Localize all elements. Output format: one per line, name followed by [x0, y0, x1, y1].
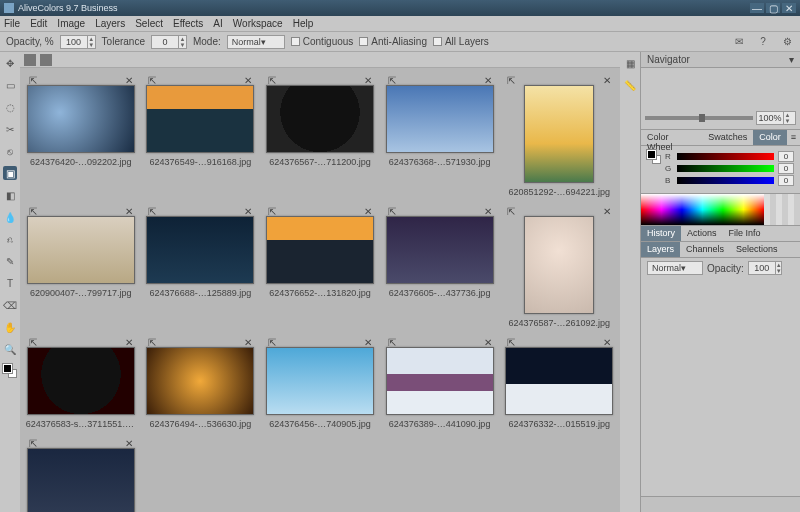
contiguous-checkbox[interactable]: Contiguous — [291, 36, 354, 47]
crop-tool[interactable]: ✂ — [3, 122, 17, 136]
blur-tool[interactable]: 💧 — [3, 210, 17, 224]
g-slider[interactable] — [677, 165, 774, 172]
thumbnail-image[interactable] — [386, 216, 494, 284]
eyedropper-tool[interactable]: ⎋ — [3, 144, 17, 158]
bucket-tool[interactable]: ▣ — [3, 166, 17, 180]
tab-selections[interactable]: Selections — [730, 242, 784, 257]
menu-edit[interactable]: Edit — [30, 18, 47, 29]
thumbnail-image[interactable] — [266, 85, 374, 153]
r-slider[interactable] — [677, 153, 774, 160]
thumbnail-card[interactable]: ⇱✕624376605-…437736.jpg — [383, 207, 497, 328]
menu-ai[interactable]: AI — [213, 18, 222, 29]
menu-help[interactable]: Help — [293, 18, 314, 29]
folder-icon[interactable] — [40, 54, 52, 66]
help-icon[interactable]: ? — [756, 35, 770, 49]
thumbnail-image[interactable] — [146, 85, 254, 153]
tab-actions[interactable]: Actions — [681, 226, 723, 241]
brush-tool[interactable]: ✎ — [3, 254, 17, 268]
thumbnail-image[interactable] — [266, 216, 374, 284]
thumbnail-card[interactable]: ⇱✕624376587-…261092.jpg — [502, 207, 616, 328]
tab-fileinfo[interactable]: File Info — [723, 226, 767, 241]
tab-layers[interactable]: Layers — [641, 242, 680, 257]
thumbnail-image[interactable] — [386, 85, 494, 153]
ruler-icon[interactable]: 📏 — [623, 78, 637, 92]
tab-swatches[interactable]: Swatches — [702, 130, 753, 145]
thumbnail-card[interactable]: ⇱✕624376583-s…3711551.jpg — [24, 338, 138, 429]
thumbnail-card[interactable]: ⇱✕624376688-…125889.jpg — [144, 207, 258, 328]
menu-select[interactable]: Select — [135, 18, 163, 29]
zoom-tool[interactable]: 🔍 — [3, 342, 17, 356]
thumbnail-image[interactable] — [266, 347, 374, 415]
menu-image[interactable]: Image — [57, 18, 85, 29]
select-rect-tool[interactable]: ▭ — [3, 78, 17, 92]
close-button[interactable]: ✕ — [782, 3, 796, 13]
thumbnail-card[interactable]: ⇱✕624376420-…092202.jpg — [24, 76, 138, 197]
blend-mode-select[interactable]: Normal▾ — [647, 261, 703, 275]
thumbnail-image[interactable] — [27, 216, 135, 284]
hand-tool[interactable]: ✋ — [3, 320, 17, 334]
opacity-stepper[interactable]: ▲▼ — [60, 35, 96, 49]
clone-tool[interactable]: ⎌ — [3, 232, 17, 246]
thumbnail-card[interactable]: ⇱✕624376652-…131820.jpg — [263, 207, 377, 328]
thumbnail-card[interactable]: ⇱✕624376456-…740905.jpg — [263, 338, 377, 429]
thumbnail-image[interactable] — [27, 448, 135, 512]
grid-icon[interactable]: ▦ — [623, 56, 637, 70]
navigator-header[interactable]: Navigator▾ — [641, 52, 800, 68]
menu-icon[interactable]: ≡ — [787, 130, 800, 145]
tab-color[interactable]: Color — [753, 130, 787, 145]
thumbnail-card[interactable]: ⇱✕ — [24, 439, 138, 512]
navigator-panel[interactable]: ▲▼ — [641, 68, 800, 130]
zoom-slider[interactable] — [645, 116, 753, 120]
home-icon[interactable] — [24, 54, 36, 66]
thumbnail-image[interactable] — [524, 216, 594, 314]
antialias-checkbox[interactable]: Anti-Aliasing — [359, 36, 427, 47]
close-icon[interactable]: ✕ — [603, 75, 611, 86]
text-tool[interactable]: T — [3, 276, 17, 290]
eraser-tool[interactable]: ⌫ — [3, 298, 17, 312]
thumbnail-card[interactable]: ⇱✕624376494-…536630.jpg — [144, 338, 258, 429]
thumbnail-image[interactable] — [386, 347, 494, 415]
tolerance-stepper[interactable]: ▲▼ — [151, 35, 187, 49]
panel-color-swatch[interactable] — [647, 150, 661, 164]
color-swatch[interactable] — [3, 364, 17, 378]
g-value[interactable]: 0 — [778, 163, 794, 174]
menu-effects[interactable]: Effects — [173, 18, 203, 29]
r-value[interactable]: 0 — [778, 151, 794, 162]
thumbnail-card[interactable]: ⇱✕620900407-…799717.jpg — [24, 207, 138, 328]
menu-layers[interactable]: Layers — [95, 18, 125, 29]
thumbnail-card[interactable]: ⇱✕624376549-…916168.jpg — [144, 76, 258, 197]
lasso-tool[interactable]: ◌ — [3, 100, 17, 114]
thumbnail-image[interactable] — [524, 85, 594, 183]
thumbnail-card[interactable]: ⇱✕624376332-…015519.jpg — [502, 338, 616, 429]
swatch-grid[interactable] — [764, 194, 800, 225]
move-tool[interactable]: ✥ — [3, 56, 17, 70]
close-icon[interactable]: ✕ — [603, 206, 611, 217]
thumbnail-image[interactable] — [27, 347, 135, 415]
b-value[interactable]: 0 — [778, 175, 794, 186]
thumbnail-image[interactable] — [27, 85, 135, 153]
pin-icon[interactable]: ⇱ — [507, 75, 515, 86]
thumbnail-card[interactable]: ⇱✕624376368-…571930.jpg — [383, 76, 497, 197]
alllayers-checkbox[interactable]: All Layers — [433, 36, 489, 47]
tab-colorwheel[interactable]: Color Wheel — [641, 130, 702, 145]
maximize-button[interactable]: ▢ — [766, 3, 780, 13]
thumbnail-card[interactable]: ⇱✕620851292-…694221.jpg — [502, 76, 616, 197]
tab-channels[interactable]: Channels — [680, 242, 730, 257]
gradient-tool[interactable]: ◧ — [3, 188, 17, 202]
minimize-button[interactable]: — — [750, 3, 764, 13]
thumbnail-image[interactable] — [146, 347, 254, 415]
thumbnail-grid[interactable]: ⇱✕624376420-…092202.jpg⇱✕624376549-…9161… — [20, 68, 620, 512]
thumbnail-image[interactable] — [505, 347, 613, 415]
menu-workspace[interactable]: Workspace — [233, 18, 283, 29]
notification-icon[interactable]: ✉ — [732, 35, 746, 49]
menu-file[interactable]: File — [4, 18, 20, 29]
zoom-stepper[interactable]: ▲▼ — [756, 111, 796, 125]
thumbnail-image[interactable] — [146, 216, 254, 284]
b-slider[interactable] — [677, 177, 774, 184]
tab-history[interactable]: History — [641, 226, 681, 241]
thumbnail-card[interactable]: ⇱✕624376389-…441090.jpg — [383, 338, 497, 429]
pin-icon[interactable]: ⇱ — [507, 206, 515, 217]
layer-opacity-stepper[interactable]: ▲▼ — [748, 261, 782, 275]
gear-icon[interactable]: ⚙ — [780, 35, 794, 49]
thumbnail-card[interactable]: ⇱✕624376567-…711200.jpg — [263, 76, 377, 197]
